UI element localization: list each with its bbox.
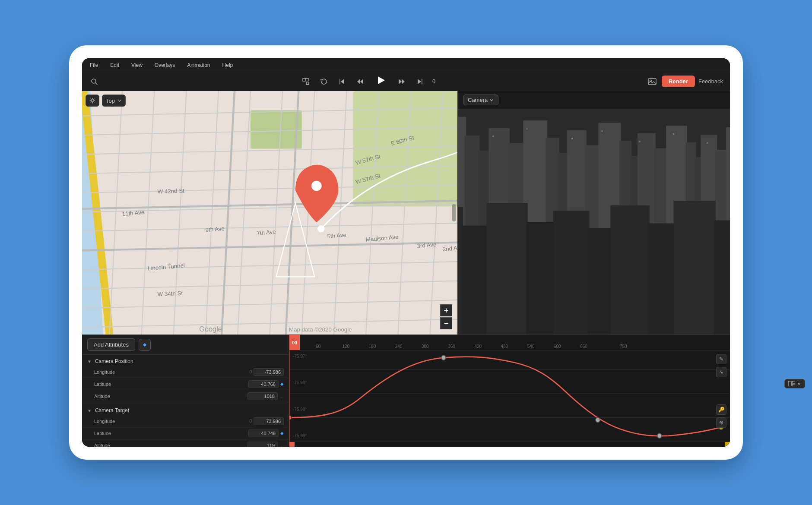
altitude-position-value-group: … [247, 392, 284, 400]
attributes-header: Add Attributes [82, 335, 289, 355]
time-ruler[interactable]: 60 120 180 240 300 360 420 480 540 600 6… [289, 335, 730, 350]
svg-rect-104 [462, 226, 488, 335]
menu-overlays[interactable]: Overlays [152, 60, 178, 70]
svg-marker-12 [402, 79, 405, 84]
menu-edit[interactable]: Edit [108, 60, 122, 70]
timeline-footer[interactable] [289, 442, 730, 447]
tick-240: 240 [395, 344, 403, 349]
skip-back-button[interactable] [336, 76, 348, 87]
key-tool[interactable]: 🔑 [716, 404, 726, 415]
svg-point-133 [289, 415, 292, 420]
camera-dropdown[interactable]: Camera [463, 95, 498, 105]
svg-rect-105 [486, 203, 528, 335]
longitude-position-input[interactable] [254, 368, 284, 376]
svg-rect-109 [610, 205, 649, 335]
altitude-position-dots: … [279, 394, 284, 398]
latitude-target-label: Latitude [94, 431, 248, 436]
svg-rect-20 [251, 110, 302, 149]
zoom-out-button[interactable]: − [440, 317, 452, 329]
latitude-position-keyframe[interactable]: ◆ [280, 382, 284, 386]
camera-position-header[interactable]: ▼ Camera Position [82, 357, 289, 366]
render-button[interactable]: Render [662, 76, 695, 87]
tick-300: 300 [422, 344, 429, 349]
map-view-dropdown[interactable]: Top [102, 95, 126, 107]
menu-bar: File Edit View Overlays Animation Help [82, 58, 730, 72]
svg-text:Google: Google [199, 325, 222, 333]
feedback-button[interactable]: Feedback [698, 78, 723, 85]
longitude-target-label: Longitude [94, 419, 249, 424]
play-button[interactable] [373, 74, 389, 89]
svg-rect-106 [526, 222, 555, 335]
svg-marker-10 [378, 76, 385, 84]
longitude-target-index: 0 [249, 419, 252, 423]
altitude-position-label: Altitude [94, 394, 247, 399]
svg-text:W 34th St: W 34th St [157, 290, 183, 297]
skip-forward-button[interactable] [414, 76, 425, 87]
svg-marker-9 [360, 79, 363, 84]
svg-rect-122 [673, 133, 674, 135]
map-view[interactable]: Google Map data ©2020 Google W 57th St E… [82, 91, 457, 335]
tick-120: 120 [342, 344, 349, 349]
zoom-in-button[interactable]: + [440, 304, 452, 316]
menu-file[interactable]: File [87, 60, 101, 70]
camera-label: Camera [468, 97, 488, 103]
map-settings-button[interactable] [86, 95, 99, 107]
footer-marker-start [289, 442, 295, 447]
svg-point-52 [311, 181, 322, 191]
collapse-target-icon: ▼ [87, 408, 92, 413]
timeline-tools: ✎ ∿ [716, 354, 726, 377]
latitude-target-keyframe[interactable]: ◆ [280, 431, 284, 436]
svg-text:2nd Ave: 2nd Ave [442, 244, 457, 252]
altitude-target-dots: … [279, 443, 284, 447]
timeline-header: 00 60 120 180 240 300 360 420 480 540 60… [289, 335, 730, 350]
camera-toolbar: Camera [458, 91, 730, 109]
search-button[interactable] [89, 76, 99, 87]
refresh-button[interactable] [318, 76, 330, 87]
menu-help[interactable]: Help [220, 60, 236, 70]
attributes-panel: Add Attributes ▼ Camera Position [82, 335, 289, 447]
map-toolbar: Top [86, 95, 126, 107]
pencil-tool[interactable]: ✎ [716, 354, 726, 364]
map-scroll-indicator [452, 204, 456, 221]
menu-animation[interactable]: Animation [184, 60, 213, 70]
svg-rect-120 [601, 130, 603, 132]
altitude-target-value-group: … [247, 442, 284, 447]
main-content: Top [82, 91, 730, 335]
svg-rect-118 [526, 128, 527, 129]
svg-rect-3 [306, 82, 309, 85]
tick-660: 660 [580, 344, 587, 349]
svg-rect-112 [714, 221, 730, 335]
camera-target-header[interactable]: ▼ Camera Target [82, 406, 289, 415]
altitude-position-input[interactable] [247, 392, 278, 400]
section-title-camera-target: Camera Target [95, 407, 129, 413]
latitude-position-value-group: ◆ [248, 380, 284, 388]
timeline-graph[interactable]: -75.97° -75.98° -75.98° -75.99° [289, 350, 730, 442]
svg-rect-117 [492, 136, 494, 137]
tick-360: 360 [448, 344, 455, 349]
footer-marker-end [725, 442, 730, 447]
latitude-position-input[interactable] [248, 380, 279, 388]
image-icon-button[interactable] [646, 76, 658, 87]
map-panel: Top [82, 91, 458, 335]
longitude-position-label: Longitude [94, 369, 249, 375]
svg-marker-14 [418, 79, 421, 84]
tick-750: 750 [620, 344, 627, 349]
tick-480: 480 [501, 344, 508, 349]
expand-button[interactable] [300, 76, 311, 87]
wave-tool[interactable]: ∿ [716, 367, 726, 377]
menu-view[interactable]: View [129, 60, 145, 70]
longitude-target-input[interactable] [254, 417, 284, 425]
add-attributes-button[interactable]: Add Attributes [87, 338, 135, 351]
fast-forward-button[interactable] [396, 76, 407, 87]
rewind-button[interactable] [355, 76, 366, 87]
altitude-position-row: Altitude … [82, 390, 289, 402]
zoom-tool[interactable]: ⊕ [716, 417, 726, 428]
altitude-target-input[interactable] [247, 442, 278, 447]
longitude-position-value-group: 0 [249, 368, 284, 376]
keyframe-button[interactable] [139, 339, 151, 351]
latitude-position-row: Latitude ◆ [82, 378, 289, 390]
section-title-camera-position: Camera Position [95, 358, 133, 364]
latitude-target-value-group: ◆ [248, 429, 284, 437]
svg-marker-11 [399, 79, 402, 84]
latitude-target-input[interactable] [248, 429, 279, 437]
